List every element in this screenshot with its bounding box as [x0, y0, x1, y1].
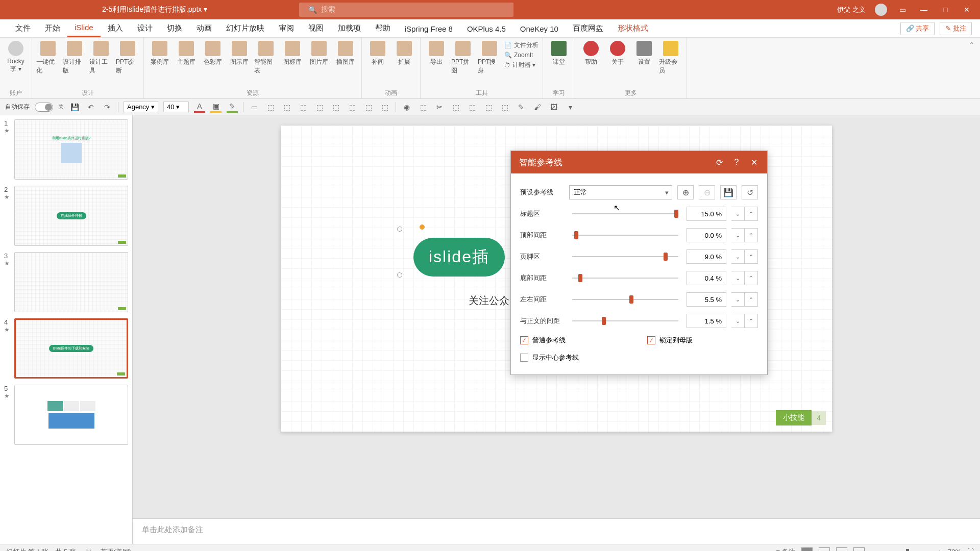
body-gap-value[interactable]: 1.5 % [687, 314, 726, 328]
qat-icon-14[interactable]: ⬚ [467, 102, 478, 113]
ribbon-image-lib[interactable]: 图片库 [307, 41, 331, 66]
tab-islide[interactable]: iSlide [67, 19, 101, 37]
title-shape[interactable]: islide插 [413, 238, 505, 277]
spin-up[interactable]: ⌃ [745, 292, 758, 307]
ribbon-design-layout[interactable]: 设计排版 [63, 41, 86, 75]
bottom-margin-value[interactable]: 0.4 % [687, 271, 726, 285]
ribbon-about[interactable]: 关于 [606, 41, 629, 66]
rotate-handle[interactable] [420, 224, 425, 230]
tab-shape-format[interactable]: 形状格式 [610, 19, 655, 37]
spin-up[interactable]: ⌃ [745, 207, 758, 221]
eyedropper-icon[interactable]: ✎ [516, 102, 527, 113]
spin-up[interactable]: ⌃ [745, 271, 758, 285]
shape-fill-icon[interactable]: ✎ [227, 102, 238, 113]
notes-pane[interactable]: 单击此处添加备注 [133, 518, 980, 544]
preset-select[interactable]: 正常▾ [569, 185, 672, 199]
tab-insert[interactable]: 插入 [101, 19, 130, 37]
reading-view-icon[interactable] [836, 547, 847, 552]
spin-down[interactable]: ⌄ [731, 207, 745, 221]
qat-icon-10[interactable]: ◉ [401, 102, 412, 113]
subtitle-text[interactable]: 关注公众 [469, 294, 509, 308]
ribbon-illust-lib[interactable]: 插图库 [334, 41, 357, 66]
qat-icon-4[interactable]: ⬚ [298, 102, 309, 113]
help-icon[interactable]: ? [731, 157, 742, 167]
qat-icon-11[interactable]: ⬚ [418, 102, 429, 113]
title-pill[interactable]: islide插 [413, 238, 505, 277]
ribbon-settings[interactable]: 设置 [632, 41, 656, 66]
normal-guides-checkbox[interactable]: ✓普通参考线 [520, 336, 566, 345]
ribbon-smart-chart[interactable]: 智能图表 [254, 41, 278, 75]
qat-icon-8[interactable]: ⬚ [363, 102, 374, 113]
search-box[interactable]: 🔍 搜索 [299, 3, 513, 17]
ribbon-upgrade[interactable]: 升级会员 [659, 41, 682, 75]
footer-area-value[interactable]: 9.0 % [687, 249, 726, 264]
ribbon-timer[interactable]: ⏱ 计时器 ▾ [504, 61, 538, 69]
spin-down[interactable]: ⌄ [731, 228, 745, 242]
tab-file[interactable]: 文件 [8, 19, 38, 37]
ribbon-class[interactable]: 课堂 [547, 41, 571, 66]
maximize-icon[interactable]: □ [939, 4, 951, 16]
center-guides-checkbox[interactable]: ✓显示中心参考线 [520, 353, 579, 362]
bottom-margin-slider[interactable] [572, 278, 678, 279]
slideshow-view-icon[interactable] [853, 547, 865, 552]
title-area-slider[interactable] [572, 213, 678, 214]
thumbnail-4[interactable]: islide插件的下载和安装 [14, 318, 128, 379]
username[interactable]: 伊父 之文 [837, 5, 866, 14]
ribbon-theme-lib[interactable]: 主题库 [175, 41, 198, 66]
thumbnail-5[interactable] [14, 385, 128, 445]
body-gap-slider[interactable] [572, 320, 678, 321]
ribbon-zoomit[interactable]: 🔍 ZoomIt [504, 52, 538, 59]
spin-up[interactable]: ⌃ [745, 249, 758, 264]
autosave-toggle[interactable] [35, 103, 53, 112]
ribbon-tween[interactable]: 补间 [366, 41, 389, 66]
qat-icon-5[interactable]: ⬚ [314, 102, 325, 113]
qat-icon-19[interactable]: 🖼 [548, 102, 559, 113]
tab-baidu[interactable]: 百度网盘 [566, 19, 610, 37]
qat-more-icon[interactable]: ▾ [565, 102, 576, 113]
spin-up[interactable]: ⌃ [745, 228, 758, 242]
zoom-in-icon[interactable]: + [938, 548, 942, 551]
qat-icon-2[interactable]: ⬚ [265, 102, 276, 113]
language-indicator[interactable]: 英语(美国) [101, 547, 132, 552]
ribbon-case-lib[interactable]: 案例库 [148, 41, 172, 66]
tab-addins[interactable]: 加载项 [331, 19, 368, 37]
ribbon-ppt-diagnose[interactable]: PPT诊断 [116, 41, 139, 75]
ribbon-one-click[interactable]: 一键优化 [36, 41, 60, 75]
font-name-select[interactable]: Agency ▾ [124, 102, 158, 112]
remove-preset-button[interactable]: ⊖ [699, 185, 715, 199]
ribbon-file-analyze[interactable]: 📄 文件分析 [504, 41, 538, 49]
font-color-icon[interactable]: A [194, 102, 205, 113]
qat-icon-18[interactable]: 🖌 [532, 102, 543, 113]
qat-icon-16[interactable]: ⬚ [499, 102, 510, 113]
sorter-view-icon[interactable] [819, 547, 830, 552]
qat-icon-12[interactable]: ✂ [434, 102, 445, 113]
thumbnail-1[interactable]: 利用islide插件进行排版? [14, 119, 128, 180]
ribbon-icon-lib[interactable]: 图标库 [281, 41, 304, 66]
zoom-out-icon[interactable]: − [871, 548, 875, 551]
share-button[interactable]: 🔗 共享 [900, 22, 935, 35]
tab-home[interactable]: 开始 [38, 19, 67, 37]
qat-icon-9[interactable]: ⬚ [379, 102, 390, 113]
title-area-value[interactable]: 15.0 % [687, 207, 726, 221]
lr-margin-slider[interactable] [572, 299, 678, 300]
spin-down[interactable]: ⌄ [731, 249, 745, 264]
filename[interactable]: 2-5利用Islide插件进行排版.pptx ▾ [102, 5, 207, 14]
fit-window-icon[interactable]: ⛶ [967, 548, 974, 551]
qat-icon-15[interactable]: ⬚ [483, 102, 494, 113]
footer-area-slider[interactable] [572, 256, 678, 257]
tab-animations[interactable]: 动画 [189, 19, 219, 37]
redo-icon[interactable]: ↷ [102, 102, 113, 113]
slide-panel[interactable]: 1★ 利用islide插件进行排版? 2★ 在线插件神器 3★ 4★ islid… [0, 115, 133, 544]
dialog-titlebar[interactable]: 智能参考线 ⟳ ? ✕ [511, 151, 767, 173]
font-size-select[interactable]: 40 ▾ [163, 102, 189, 112]
reset-button[interactable]: ↺ [742, 185, 758, 199]
tab-slideshow[interactable]: 幻灯片放映 [219, 19, 272, 37]
normal-view-icon[interactable] [801, 547, 813, 552]
ribbon-extend[interactable]: 扩展 [393, 41, 416, 66]
save-icon[interactable]: 💾 [69, 102, 80, 113]
lock-master-checkbox[interactable]: ✓锁定到母版 [647, 336, 693, 345]
ribbon-help[interactable]: 帮助 [579, 41, 603, 66]
ribbon-collapse-icon[interactable]: ⌃ [964, 38, 980, 98]
notes-button[interactable]: ≡ 备注 [776, 547, 795, 552]
top-margin-slider[interactable] [572, 235, 678, 236]
